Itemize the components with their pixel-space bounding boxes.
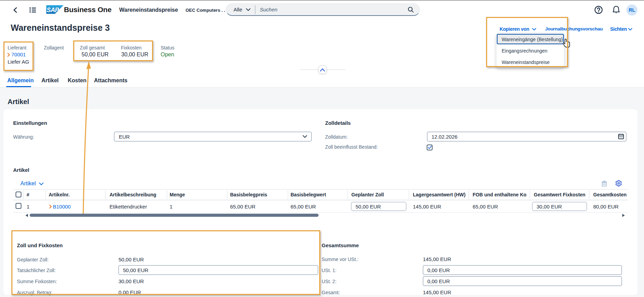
svg-text:SAP: SAP xyxy=(47,7,59,13)
